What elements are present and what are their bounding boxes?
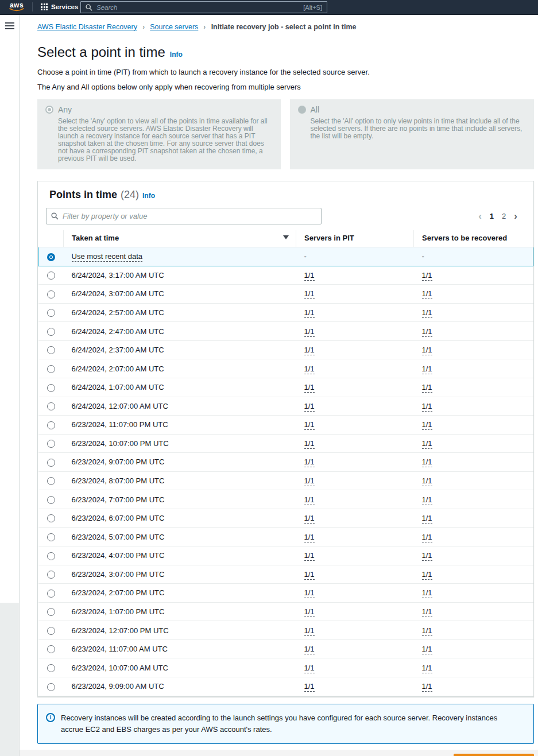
row-servers-in-pit[interactable]: 1/1 bbox=[304, 289, 315, 299]
table-row[interactable]: 6/24/2024, 2:47:00 AM UTC 1/1 1/1 bbox=[38, 322, 533, 341]
table-row[interactable]: 6/23/2024, 4:07:00 PM UTC 1/1 1/1 bbox=[38, 546, 533, 565]
row-radio[interactable] bbox=[47, 290, 55, 298]
menu-hamburger-icon[interactable] bbox=[5, 22, 14, 29]
row-servers-in-pit[interactable]: 1/1 bbox=[304, 476, 315, 486]
row-radio[interactable] bbox=[47, 496, 55, 504]
global-search-box[interactable]: [Alt+S] bbox=[80, 1, 327, 13]
title-info-link[interactable]: Info bbox=[170, 51, 183, 59]
row-servers-to-recover[interactable]: 1/1 bbox=[422, 645, 432, 654]
row-servers-in-pit[interactable]: 1/1 bbox=[304, 420, 315, 430]
filter-input[interactable] bbox=[63, 212, 316, 220]
table-row[interactable]: 6/23/2024, 10:07:00 PM UTC 1/1 1/1 bbox=[38, 434, 533, 453]
row-radio[interactable] bbox=[47, 309, 55, 317]
row-radio[interactable] bbox=[47, 533, 55, 541]
row-servers-in-pit[interactable]: 1/1 bbox=[304, 533, 315, 542]
row-servers-to-recover[interactable]: 1/1 bbox=[422, 607, 432, 617]
table-row[interactable]: 6/23/2024, 9:09:00 AM UTC 1/1 1/1 bbox=[38, 677, 533, 696]
table-row[interactable]: 6/24/2024, 2:57:00 AM UTC 1/1 1/1 bbox=[38, 303, 533, 322]
row-servers-to-recover[interactable]: 1/1 bbox=[422, 365, 432, 374]
row-radio[interactable] bbox=[47, 608, 55, 616]
row-servers-in-pit[interactable]: 1/1 bbox=[304, 645, 315, 654]
row-servers-to-recover[interactable]: 1/1 bbox=[422, 551, 432, 561]
table-row[interactable]: 6/24/2024, 2:07:00 AM UTC 1/1 1/1 bbox=[38, 359, 533, 378]
table-row[interactable]: 6/23/2024, 5:07:00 PM UTC 1/1 1/1 bbox=[38, 528, 533, 546]
row-servers-in-pit[interactable]: 1/1 bbox=[304, 682, 315, 692]
table-row[interactable]: 6/24/2024, 1:07:00 AM UTC 1/1 1/1 bbox=[38, 378, 533, 397]
row-servers-to-recover[interactable]: 1/1 bbox=[422, 626, 432, 636]
breadcrumb-link-source-servers[interactable]: Source servers bbox=[150, 23, 198, 31]
row-radio[interactable] bbox=[47, 365, 55, 373]
table-row[interactable]: 6/23/2024, 6:07:00 PM UTC 1/1 1/1 bbox=[38, 509, 533, 528]
row-servers-in-pit[interactable]: 1/1 bbox=[304, 327, 315, 337]
row-radio[interactable] bbox=[47, 272, 55, 280]
row-servers-in-pit[interactable]: 1/1 bbox=[304, 439, 315, 449]
panel-info-link[interactable]: Info bbox=[142, 192, 155, 200]
row-servers-in-pit[interactable]: 1/1 bbox=[304, 495, 315, 505]
row-servers-to-recover[interactable]: 1/1 bbox=[422, 514, 432, 524]
row-servers-to-recover[interactable]: 1/1 bbox=[422, 346, 432, 355]
aws-logo[interactable]: aws bbox=[8, 2, 25, 11]
services-menu-button[interactable]: Services bbox=[41, 3, 78, 10]
row-servers-to-recover[interactable]: 1/1 bbox=[422, 327, 432, 337]
row-servers-to-recover[interactable]: 1/1 bbox=[422, 476, 432, 486]
row-radio[interactable] bbox=[47, 440, 55, 448]
row-radio[interactable] bbox=[47, 645, 55, 653]
row-radio[interactable] bbox=[47, 253, 55, 261]
row-servers-to-recover[interactable]: 1/1 bbox=[422, 439, 432, 449]
row-radio[interactable] bbox=[47, 328, 55, 336]
table-row[interactable]: 6/23/2024, 10:07:00 AM UTC 1/1 1/1 bbox=[38, 658, 533, 677]
table-row[interactable]: 6/23/2024, 7:07:00 PM UTC 1/1 1/1 bbox=[38, 490, 533, 509]
row-servers-in-pit[interactable]: 1/1 bbox=[304, 607, 315, 617]
row-radio[interactable] bbox=[47, 346, 55, 354]
row-servers-to-recover[interactable]: 1/1 bbox=[422, 308, 432, 318]
table-row[interactable]: 6/24/2024, 3:17:00 AM UTC 1/1 1/1 bbox=[38, 266, 533, 285]
table-row[interactable]: Use most recent data - - bbox=[38, 247, 533, 266]
table-row[interactable]: 6/23/2024, 9:07:00 PM UTC 1/1 1/1 bbox=[38, 453, 533, 472]
row-servers-in-pit[interactable]: 1/1 bbox=[304, 626, 315, 636]
row-radio[interactable] bbox=[47, 683, 55, 691]
row-radio[interactable] bbox=[47, 421, 55, 429]
row-radio[interactable] bbox=[47, 514, 55, 522]
row-servers-in-pit[interactable]: 1/1 bbox=[304, 271, 315, 281]
row-radio[interactable] bbox=[47, 590, 55, 598]
row-radio[interactable] bbox=[47, 552, 55, 560]
sort-descending-icon[interactable] bbox=[283, 235, 289, 239]
row-servers-in-pit[interactable]: 1/1 bbox=[304, 664, 315, 673]
row-servers-to-recover[interactable]: 1/1 bbox=[422, 570, 432, 580]
row-radio[interactable] bbox=[47, 627, 55, 635]
row-servers-to-recover[interactable]: 1/1 bbox=[422, 402, 432, 412]
row-servers-to-recover[interactable]: 1/1 bbox=[422, 289, 432, 299]
table-row[interactable]: 6/23/2024, 3:07:00 PM UTC 1/1 1/1 bbox=[38, 565, 533, 584]
row-servers-to-recover[interactable]: 1/1 bbox=[422, 682, 432, 692]
row-servers-to-recover[interactable]: 1/1 bbox=[422, 533, 432, 542]
row-servers-in-pit[interactable]: 1/1 bbox=[304, 458, 315, 467]
row-servers-to-recover[interactable]: 1/1 bbox=[422, 588, 432, 598]
initiate-recovery-button[interactable]: Initiate recovery bbox=[454, 754, 534, 756]
table-row[interactable]: 6/23/2024, 1:07:00 PM UTC 1/1 1/1 bbox=[38, 602, 533, 621]
table-row[interactable]: 6/23/2024, 12:07:00 PM UTC 1/1 1/1 bbox=[38, 621, 533, 640]
breadcrumb-link-drs[interactable]: AWS Elastic Disaster Recovery bbox=[37, 23, 137, 31]
previous-page-icon[interactable]: ‹ bbox=[478, 211, 482, 221]
row-servers-to-recover[interactable]: - bbox=[422, 252, 424, 261]
next-page-icon[interactable]: › bbox=[514, 211, 517, 221]
table-row[interactable]: 6/23/2024, 11:07:00 PM UTC 1/1 1/1 bbox=[38, 416, 533, 435]
row-servers-to-recover[interactable]: 1/1 bbox=[422, 458, 432, 467]
row-servers-in-pit[interactable]: 1/1 bbox=[304, 551, 315, 561]
row-servers-in-pit[interactable]: 1/1 bbox=[304, 402, 315, 412]
row-servers-to-recover[interactable]: 1/1 bbox=[422, 271, 432, 281]
row-servers-to-recover[interactable]: 1/1 bbox=[422, 495, 432, 505]
page-number-2[interactable]: 2 bbox=[502, 212, 506, 220]
row-servers-to-recover[interactable]: 1/1 bbox=[422, 664, 432, 673]
column-header-taken-at[interactable]: Taken at time bbox=[64, 230, 296, 247]
row-servers-in-pit[interactable]: 1/1 bbox=[304, 514, 315, 524]
table-row[interactable]: 6/23/2024, 8:07:00 PM UTC 1/1 1/1 bbox=[38, 471, 533, 490]
row-servers-in-pit[interactable]: 1/1 bbox=[304, 308, 315, 318]
table-row[interactable]: 6/24/2024, 12:07:00 AM UTC 1/1 1/1 bbox=[38, 397, 533, 416]
row-servers-to-recover[interactable]: 1/1 bbox=[422, 420, 432, 430]
filter-field[interactable] bbox=[46, 208, 322, 224]
row-radio[interactable] bbox=[47, 664, 55, 672]
row-radio[interactable] bbox=[47, 477, 55, 485]
row-radio[interactable] bbox=[47, 571, 55, 579]
row-radio[interactable] bbox=[47, 402, 55, 410]
table-row[interactable]: 6/24/2024, 2:37:00 AM UTC 1/1 1/1 bbox=[38, 340, 533, 359]
